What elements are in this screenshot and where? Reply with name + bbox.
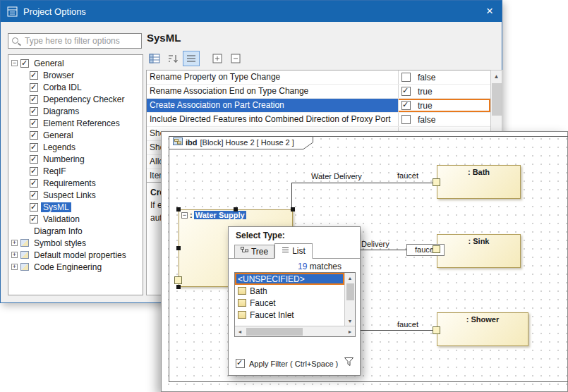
scroll-up-icon[interactable]: ▲	[345, 273, 355, 283]
filter-funnel-icon[interactable]	[344, 357, 354, 367]
tree-item-browser[interactable]: Browser	[8, 69, 143, 81]
part-bath[interactable]: : Bath	[437, 165, 521, 199]
checkbox-icon[interactable]	[20, 59, 29, 68]
resize-handle[interactable]	[176, 207, 181, 212]
port-shower-faucet[interactable]	[433, 326, 440, 334]
part-shower[interactable]: : Shower	[437, 312, 528, 346]
tree-item-symbol-styles[interactable]: Symbol styles	[8, 237, 143, 249]
scroll-up-icon[interactable]: ▲	[491, 71, 502, 82]
categorized-view-button[interactable]	[146, 51, 163, 66]
expand-icon[interactable]	[11, 252, 18, 258]
tree-item-reqif[interactable]: ReqIF	[8, 165, 143, 177]
option-value-cell[interactable]: true	[398, 85, 490, 98]
checkbox-icon[interactable]	[30, 131, 38, 140]
checkbox-icon[interactable]	[401, 115, 411, 124]
option-name[interactable]: Rename Association End on Type Change	[147, 85, 398, 98]
port-label-faucet[interactable]: faucet	[397, 320, 418, 329]
connector-water-delivery[interactable]	[291, 183, 433, 183]
diagram-frame-header[interactable]: ibd [Block] House 2 [ House 2 ]	[169, 136, 313, 149]
part-name-edit[interactable]: : Water Supply	[190, 211, 246, 219]
expand-icon[interactable]	[11, 264, 18, 270]
option-row[interactable]: Include Directed Features into Combined …	[147, 113, 490, 127]
checkbox-icon[interactable]	[30, 119, 38, 128]
apply-filter-checkbox[interactable]	[236, 359, 245, 368]
checkbox-icon[interactable]	[30, 155, 38, 164]
list-item-faucet-inlet[interactable]: Faucet Inlet	[235, 309, 344, 321]
checkbox-icon[interactable]	[401, 73, 411, 82]
tree-item-code-engineering[interactable]: Code Engineering	[8, 261, 143, 273]
option-row[interactable]: Rename Association End on Type Change tr…	[147, 85, 490, 99]
checkbox-icon[interactable]	[401, 87, 411, 96]
port-label-faucet[interactable]: faucet	[397, 171, 418, 180]
resize-handle[interactable]	[234, 207, 238, 212]
scroll-right-icon[interactable]: ►	[345, 326, 355, 336]
checkbox-icon[interactable]	[30, 203, 38, 212]
resize-handle[interactable]	[291, 207, 295, 212]
tree-item-general-root[interactable]: General	[8, 57, 143, 69]
option-value-cell[interactable]: true	[398, 99, 490, 112]
expand-all-button[interactable]	[209, 51, 226, 66]
resize-handle[interactable]	[176, 246, 181, 250]
option-name[interactable]: Create Association on Part Creation	[147, 99, 398, 112]
option-row[interactable]: Rename Property on Type Change false	[147, 71, 490, 85]
tree-item-dependency-checker[interactable]: Dependency Checker	[8, 93, 143, 105]
tree-item-diagram-info[interactable]: Diagram Info	[8, 225, 143, 237]
checkbox-icon[interactable]	[30, 71, 38, 80]
scroll-down-icon[interactable]: ▼	[345, 316, 355, 326]
port-bath-faucet[interactable]	[433, 178, 440, 186]
project-options-icon	[7, 6, 18, 17]
tree-item-general[interactable]: General	[8, 129, 143, 141]
tree-item-sysml[interactable]: SysML	[8, 201, 143, 213]
collapse-icon[interactable]	[11, 60, 18, 66]
plain-list-view-button[interactable]	[183, 51, 200, 66]
tree-item-element-references[interactable]: Element References	[8, 117, 143, 129]
checkbox-icon[interactable]	[30, 143, 38, 152]
connector-label[interactable]: Delivery	[361, 240, 389, 248]
tree-item-suspect-links[interactable]: Suspect Links	[8, 189, 143, 201]
expand-icon[interactable]	[11, 240, 18, 246]
tree-item-requirements[interactable]: Requirements	[8, 177, 143, 189]
tree-item-corba-idl[interactable]: Corba IDL	[8, 81, 143, 93]
port-water-supply[interactable]	[174, 276, 182, 284]
option-name[interactable]: Rename Property on Type Change	[147, 71, 398, 84]
dialog-titlebar[interactable]: Project Options ×	[1, 1, 502, 22]
checkbox-icon[interactable]	[30, 179, 38, 188]
suppress-compartment-icon[interactable]: −	[181, 212, 188, 219]
checkbox-icon[interactable]	[30, 191, 38, 200]
tree-item-validation[interactable]: Validation	[8, 213, 143, 225]
checkbox-icon[interactable]	[30, 95, 38, 104]
filter-options-input[interactable]	[23, 35, 139, 47]
resize-handle[interactable]	[176, 285, 181, 289]
option-value-cell[interactable]: false	[398, 71, 490, 84]
scroll-left-icon[interactable]: ◄	[235, 326, 245, 336]
connector-water-delivery[interactable]	[291, 183, 292, 210]
checkbox-icon[interactable]	[30, 107, 38, 116]
checkbox-icon[interactable]	[30, 167, 38, 176]
checkbox-icon[interactable]	[30, 215, 38, 223]
part-sink[interactable]: : Sink	[437, 234, 521, 268]
tab-tree[interactable]: Tree	[234, 245, 274, 259]
tree-item-numbering[interactable]: Numbering	[8, 153, 143, 165]
option-row-selected[interactable]: Create Association on Part Creation true	[147, 99, 490, 113]
sort-alphabetically-button[interactable]	[164, 51, 181, 66]
collapse-all-button[interactable]	[227, 51, 244, 66]
close-icon[interactable]: ×	[478, 1, 502, 22]
scrollbar-thumb[interactable]	[246, 328, 303, 336]
port-sink-faucet[interactable]	[433, 245, 440, 253]
checkbox-icon[interactable]	[30, 83, 38, 92]
tree-item-default-model-properties[interactable]: Default model properties	[8, 249, 143, 261]
list-vertical-scrollbar[interactable]: ▲ ▼	[344, 273, 355, 326]
tree-item-diagrams[interactable]: Diagrams	[8, 105, 143, 117]
option-name[interactable]: Include Directed Features into Combined …	[147, 113, 398, 126]
scrollbar-thumb[interactable]	[346, 283, 354, 300]
scrollbar-thumb[interactable]	[492, 83, 502, 116]
tab-list[interactable]: List	[274, 243, 313, 259]
connector-label[interactable]: Water Delivery	[311, 172, 362, 180]
list-item-faucet[interactable]: Faucet	[235, 297, 344, 309]
tree-item-legends[interactable]: Legends	[8, 141, 143, 153]
option-value-cell[interactable]: false	[398, 113, 490, 126]
list-horizontal-scrollbar[interactable]: ◄ ►	[235, 326, 355, 336]
checkbox-icon[interactable]	[401, 101, 411, 110]
list-item-bath[interactable]: Bath	[235, 285, 344, 297]
list-item-unspecified[interactable]: <UNSPECIFIED>	[235, 273, 344, 285]
